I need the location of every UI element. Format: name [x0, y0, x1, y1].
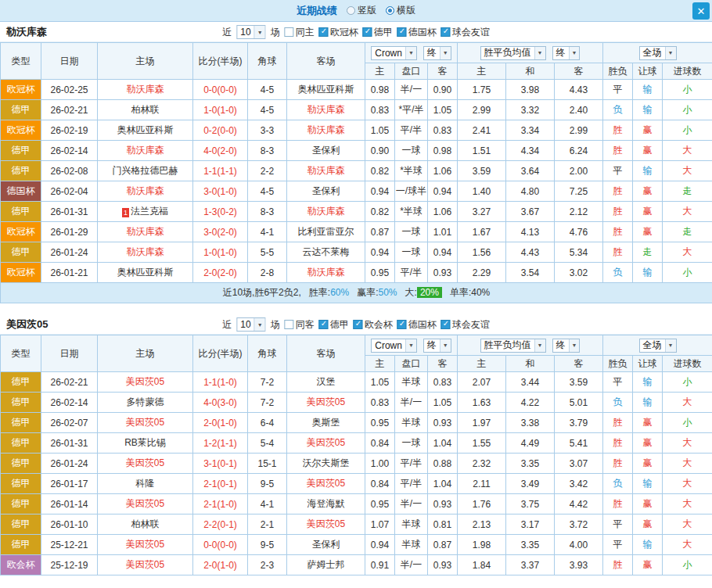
column-subheader: 主: [365, 63, 395, 80]
avg-final-select[interactable]: 终▼: [552, 339, 581, 353]
layout-radio-vertical[interactable]: 竖版: [347, 4, 376, 17]
avg-final-select[interactable]: 终▼: [552, 46, 581, 60]
away-team[interactable]: 美因茨05: [287, 393, 365, 413]
home-team[interactable]: 勒沃库森: [98, 181, 193, 202]
away-team[interactable]: 汉堡: [287, 372, 365, 393]
odds-away: 0.93: [428, 263, 458, 283]
away-team[interactable]: 勒沃库森: [287, 161, 365, 181]
home-team[interactable]: 勒沃库森: [98, 222, 193, 242]
match-row: 德甲26-01-311法兰克福1-3(0-2)8-3勒沃库森0.82*半球1.0…: [1, 202, 712, 222]
filter-checkbox[interactable]: 同客: [285, 318, 315, 332]
avg-source-select[interactable]: 胜平负均值▼: [480, 46, 546, 60]
filter-checkbox[interactable]: 德甲: [363, 26, 393, 39]
avg-draw-odds: 3.54: [506, 263, 555, 283]
away-team[interactable]: 比利亚雷亚尔: [287, 222, 365, 242]
filter-checkbox[interactable]: 德国杯: [397, 318, 437, 332]
big-rate: 大:20%: [405, 287, 442, 298]
home-team[interactable]: 勒沃库森: [98, 141, 193, 161]
column-subheader: 客: [555, 63, 603, 80]
filter-checkbox[interactable]: 同主: [285, 26, 315, 39]
filter-checkbox[interactable]: 球会友谊: [441, 318, 490, 332]
away-team[interactable]: 萨姆士邦: [287, 555, 365, 575]
handicap: 平/半: [395, 263, 428, 283]
away-team[interactable]: 圣保利: [287, 535, 365, 555]
half-full-score: 0-0(0-0): [193, 80, 248, 100]
result-goals: 小: [663, 263, 712, 283]
away-team[interactable]: 云达不莱梅: [287, 242, 365, 263]
result-outcome: 平: [603, 372, 633, 393]
home-team[interactable]: 美因茨05: [98, 535, 193, 555]
checkbox-icon: [319, 320, 329, 329]
odds-away: 0.81: [428, 514, 458, 535]
away-team[interactable]: 奥林匹亚科斯: [287, 80, 365, 100]
home-team[interactable]: 1法兰克福: [98, 202, 193, 222]
home-team[interactable]: 奥林匹亚科斯: [98, 120, 193, 141]
avg-draw-odds: 3.17: [506, 514, 555, 535]
away-team[interactable]: 勒沃库森: [287, 202, 365, 222]
odds-source-select[interactable]: Crown▼: [371, 339, 417, 353]
match-date: 26-02-25: [41, 80, 98, 100]
away-team[interactable]: 勒沃库森: [287, 263, 365, 283]
recent-count-select[interactable]: 10▼: [236, 25, 265, 39]
odds-final-select[interactable]: 终▼: [423, 339, 451, 353]
home-team[interactable]: 美因茨05: [98, 413, 193, 433]
away-team[interactable]: 勒沃库森: [287, 100, 365, 120]
home-team[interactable]: 柏林联: [98, 100, 193, 120]
handicap: 半球: [395, 372, 428, 393]
scope-select[interactable]: 全场▼: [639, 339, 677, 353]
sections-container: 勒沃库森近10▼场同主欧冠杯德甲德国杯球会友谊类型日期主场比分(半场)角球客场C…: [0, 22, 712, 575]
home-team[interactable]: 美因茨05: [98, 372, 193, 393]
filter-checkbox[interactable]: 欧会杯: [354, 318, 393, 332]
avg-source-select[interactable]: 胜平负均值▼: [480, 339, 546, 353]
away-team[interactable]: 圣保利: [287, 141, 365, 161]
recent-count-select[interactable]: 10▼: [236, 317, 265, 332]
result-handicap: 输: [633, 393, 663, 413]
away-team[interactable]: 美因茨05: [287, 474, 365, 494]
home-team[interactable]: 美因茨05: [98, 454, 193, 474]
close-button[interactable]: ✕: [692, 2, 710, 20]
odds-away: 0.94: [428, 242, 458, 263]
league-badge: 德甲: [1, 161, 41, 181]
avg-home-odds: 1.76: [458, 494, 506, 514]
radio-horizontal-label: 横版: [397, 4, 415, 17]
matches-table: 类型日期主场比分(半场)角球客场Crown▼终▼胜平负均值▼终▼全场▼主盘口客主…: [0, 335, 712, 575]
result-goals: 大: [663, 474, 712, 494]
home-team[interactable]: 勒沃库森: [98, 242, 193, 263]
corner-score: 4-1: [248, 222, 287, 242]
home-team[interactable]: 奥林匹亚科斯: [98, 263, 193, 283]
match-date: 26-02-07: [41, 413, 98, 433]
away-team[interactable]: 美因茨05: [287, 514, 365, 535]
result-goals: 大: [663, 535, 712, 555]
home-team[interactable]: 柏林联: [98, 514, 193, 535]
half-full-score: 1-3(0-2): [193, 202, 248, 222]
home-team[interactable]: 勒沃库森: [98, 80, 193, 100]
avg-draw-odds: 3.32: [506, 100, 555, 120]
away-team[interactable]: 沃尔夫斯堡: [287, 454, 365, 474]
filter-checkbox[interactable]: 欧冠杯: [319, 26, 358, 39]
result-outcome: 负: [603, 263, 633, 283]
home-team[interactable]: 门兴格拉德巴赫: [98, 161, 193, 181]
layout-radio-horizontal[interactable]: 横版: [386, 4, 415, 17]
away-team[interactable]: 圣保利: [287, 181, 365, 202]
avg-draw-odds: 4.13: [506, 222, 555, 242]
column-header: 主场: [98, 335, 193, 372]
column-subheader: 和: [506, 356, 555, 372]
filter-checkbox[interactable]: 德国杯: [397, 26, 437, 39]
scope-select[interactable]: 全场▼: [639, 46, 677, 60]
filter-label: 德国杯: [408, 318, 437, 332]
away-team[interactable]: 美因茨05: [287, 433, 365, 454]
home-team[interactable]: 美因茨05: [98, 494, 193, 514]
home-team[interactable]: 科隆: [98, 474, 193, 494]
away-team[interactable]: 勒沃库森: [287, 120, 365, 141]
home-team[interactable]: 多特蒙德: [98, 393, 193, 413]
filter-checkbox[interactable]: 球会友谊: [441, 26, 490, 39]
home-team[interactable]: 美因茨05: [98, 555, 193, 575]
home-team[interactable]: RB莱比锡: [98, 433, 193, 454]
away-team[interactable]: 海登海默: [287, 494, 365, 514]
odds-final-select[interactable]: 终▼: [423, 46, 451, 60]
away-team[interactable]: 奥斯堡: [287, 413, 365, 433]
filter-checkbox[interactable]: 德甲: [319, 318, 349, 332]
odds-home: 0.98: [365, 80, 395, 100]
odds-source-select[interactable]: Crown▼: [371, 46, 417, 60]
handicap: 平/半: [395, 474, 428, 494]
